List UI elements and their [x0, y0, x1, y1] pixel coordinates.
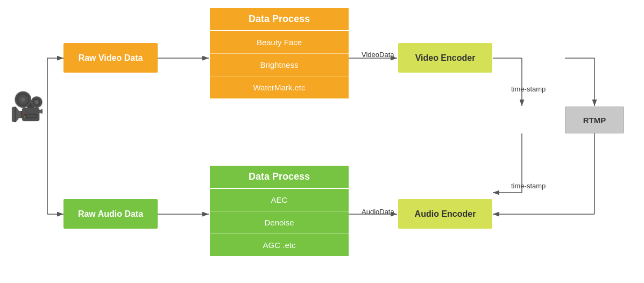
audio-encoder-label: Audio Encoder: [415, 209, 476, 219]
rtmp-label: RTMP: [583, 116, 606, 125]
raw-audio-label: Raw Audio Data: [78, 209, 143, 219]
video-encoder-box: Video Encoder: [398, 43, 492, 73]
video-process-item-3: WaterMark.etc: [210, 76, 349, 98]
video-process-item-2: Brightness: [210, 54, 349, 76]
raw-video-box: Raw Video Data: [63, 43, 158, 73]
audio-data-label: AudioData: [362, 208, 394, 216]
raw-audio-box: Raw Audio Data: [63, 199, 158, 229]
video-process-header: Data Process: [210, 8, 349, 31]
raw-video-label: Raw Video Data: [79, 53, 143, 63]
video-process-container: Data Process Beauty Face Brightness Wate…: [210, 8, 349, 98]
audio-process-header: Data Process: [210, 166, 349, 189]
audio-process-item-2: Denoise: [210, 211, 349, 234]
time-stamp-label-1: time-stamp: [511, 85, 546, 93]
audio-process-item-1: AEC: [210, 189, 349, 211]
video-process-item-1: Beauty Face: [210, 31, 349, 54]
audio-process-container: Data Process AEC Denoise AGC .etc: [210, 166, 349, 256]
video-encoder-label: Video Encoder: [415, 53, 476, 63]
rtmp-box: RTMP: [565, 107, 624, 133]
time-stamp-label-2: time-stamp: [511, 182, 546, 190]
video-data-label: VideoData: [362, 51, 394, 59]
audio-process-item-3: AGC .etc: [210, 234, 349, 256]
audio-encoder-box: Audio Encoder: [398, 199, 492, 229]
camera-icon: 🎥: [10, 90, 45, 123]
diagram: 🎥 Raw Video Data Data Process Beauty Fac…: [0, 0, 644, 283]
